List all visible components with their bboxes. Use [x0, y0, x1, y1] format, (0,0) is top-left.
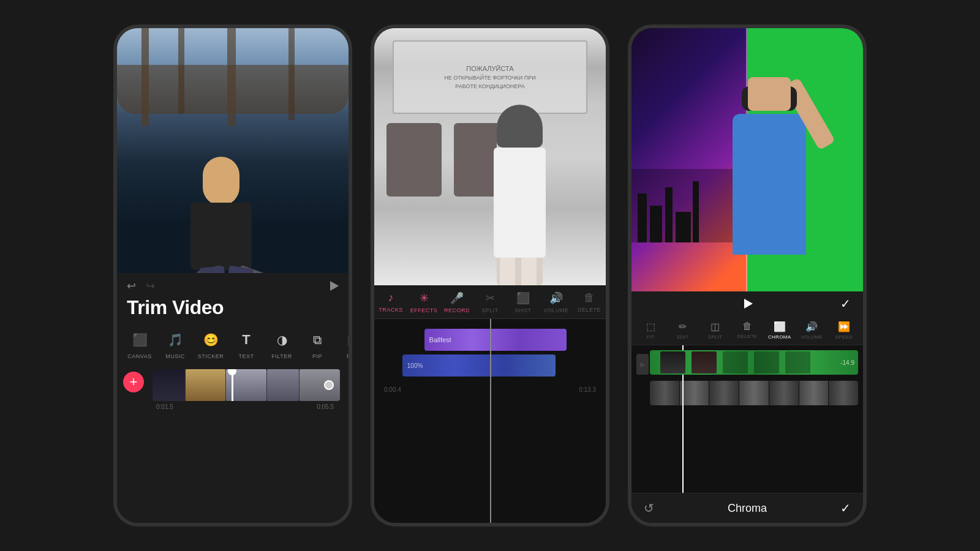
scrubber-handle[interactable] — [324, 380, 334, 390]
track-thumbnails[interactable] — [650, 381, 858, 405]
tool-delete[interactable]: 🗑 DELETE — [732, 321, 763, 340]
music-label: MUSIC — [165, 353, 185, 359]
track-purple-label: Ballfest — [429, 336, 451, 343]
volume-label: VOLUME — [543, 307, 568, 313]
track-time: -14.9 — [840, 359, 854, 366]
tool-pre[interactable]: ▦ PRE — [336, 329, 349, 359]
tool-edit[interactable]: ✏ EDIT — [668, 321, 699, 340]
track-purple[interactable]: Ballfest — [424, 329, 567, 351]
time2-start: 0:00.4 — [384, 386, 401, 393]
timeline-3: ▷ -14.9 — [631, 345, 863, 493]
person-head — [748, 77, 791, 111]
track-blue-label: 100% — [407, 362, 423, 369]
phone-chroma: ✓ ⬚ FIT ✏ EDIT ◫ SPLIT 🗑 DELETE ⬜ CHROMA — [628, 24, 867, 527]
redo-button[interactable]: ↪ — [146, 279, 155, 293]
fit-label: FIT — [647, 334, 655, 340]
page-title: Trim Video — [127, 296, 224, 318]
pre-icon: ▦ — [342, 329, 349, 351]
tool-filter[interactable]: ◑ FILTER — [265, 329, 298, 359]
tab-delete[interactable]: 🗑 DELETE — [573, 285, 606, 318]
time-labels: 0:01.5 0:05.5 — [123, 401, 342, 410]
chroma-tool-label: CHROMA — [768, 334, 791, 340]
phone-trim-video: ↩ ↪ Trim Video ⬛ CANVAS 🎵 MUSIC 😊 STICKE… — [113, 24, 352, 527]
chroma-label-text: Chroma — [728, 502, 767, 515]
tool-volume[interactable]: 🔊 VOLUME — [796, 321, 827, 340]
split3-icon: ◫ — [710, 321, 720, 332]
thumb-seg-5 — [769, 381, 799, 405]
tool-canvas[interactable]: ⬛ CANVAS — [123, 329, 156, 359]
track-green[interactable]: -14.9 — [650, 350, 858, 375]
undo-button[interactable]: ↩ — [127, 279, 136, 293]
playhead — [232, 369, 233, 401]
phone-tracks: ПОЖАЛУЙСТА НЕ ОТКРЫВАЙТЕ ФОРТОЧКИ ПРИ РА… — [371, 24, 609, 527]
tab-split[interactable]: ✂ SPLIT — [473, 285, 507, 318]
speed-label: SPEED — [835, 334, 853, 340]
canvas-label: CANVAS — [127, 353, 151, 359]
speed-icon: ⏩ — [838, 321, 850, 332]
thumb-seg-1 — [650, 381, 679, 405]
record-icon: 🎤 — [450, 291, 464, 305]
thumb-seg-3 — [709, 381, 739, 405]
timeline-2: Ballfest 100% 0:00.4 0:13.3 — [374, 319, 606, 523]
reset-button[interactable]: ↺ — [644, 501, 654, 515]
track-blue[interactable]: 100% — [402, 354, 556, 377]
tools-row: ⬛ CANVAS 🎵 MUSIC 😊 STICKER T TEXT ◑ FILT… — [117, 324, 349, 364]
effects-icon: ✳ — [420, 291, 429, 305]
tab-record[interactable]: 🎤 RECORD — [440, 285, 473, 318]
video-preview-3 — [631, 28, 863, 291]
play-button[interactable] — [330, 281, 339, 291]
time-end: 0:05.5 — [317, 403, 334, 410]
text-label: TEXT — [238, 353, 254, 359]
split3-label: SPLIT — [708, 334, 723, 340]
delete3-icon: 🗑 — [742, 321, 752, 332]
video-preview-2: ПОЖАЛУЙСТА НЕ ОТКРЫВАЙТЕ ФОРТОЧКИ ПРИ РА… — [374, 28, 606, 285]
chroma-confirm[interactable]: ✓ — [840, 501, 851, 515]
tool-chroma-btn[interactable]: ⬜ CHROMA — [764, 321, 795, 340]
delete-icon: 🗑 — [584, 291, 595, 304]
confirm-button[interactable]: ✓ — [840, 296, 851, 311]
volume-icon: 🔊 — [549, 291, 563, 305]
volume3-icon: 🔊 — [805, 321, 818, 332]
pip-icon: ⧉ — [306, 329, 328, 351]
filter-icon: ◑ — [271, 329, 293, 351]
time-start: 0:01.5 — [156, 403, 173, 410]
thumb-seg-2 — [680, 381, 709, 405]
shot-label: SHOT — [514, 307, 531, 313]
tracks-icon: ♪ — [388, 291, 394, 304]
delete3-label: DELETE — [737, 334, 758, 339]
sticker-label: STICKER — [198, 353, 224, 359]
thumb-seg-7 — [829, 381, 858, 405]
thumb-seg-4 — [739, 381, 769, 405]
edit-label: EDIT — [677, 334, 688, 340]
shot-icon: ⬛ — [516, 291, 530, 305]
tool-music[interactable]: 🎵 MUSIC — [159, 329, 192, 359]
tab-shot[interactable]: ⬛ SHOT — [507, 285, 540, 318]
tool-pip[interactable]: ⧉ PIP — [301, 329, 334, 359]
delete-label: DELETE — [578, 307, 601, 313]
tab-volume[interactable]: 🔊 VOLUME — [540, 285, 573, 318]
timeline-area: + 0:01.5 0:05.5 — [117, 364, 349, 523]
tool-fit[interactable]: ⬚ FIT — [635, 321, 666, 340]
filter-label: FILTER — [271, 353, 292, 359]
tool-speed[interactable]: ⏩ SPEED — [828, 321, 859, 340]
timeline-strip[interactable] — [153, 369, 340, 401]
record-label: RECORD — [444, 307, 470, 313]
tab-tracks[interactable]: ♪ TRACKS — [374, 285, 407, 318]
canvas-icon: ⬛ — [129, 329, 151, 351]
fit-icon: ⬚ — [646, 321, 655, 332]
tab-effects[interactable]: ✳ EFFECTS — [407, 285, 440, 318]
edit-icon: ✏ — [679, 321, 687, 332]
playhead-2 — [490, 319, 491, 523]
tool-text[interactable]: T TEXT — [230, 329, 263, 359]
thumb-seg-6 — [799, 381, 829, 405]
bottom-panel-1: ↩ ↪ Trim Video ⬛ CANVAS 🎵 MUSIC 😊 STICKE… — [117, 273, 349, 523]
play-button-3[interactable] — [744, 299, 753, 309]
text-icon: T — [235, 329, 257, 351]
tracks-label: TRACKS — [379, 307, 403, 313]
vr-person — [714, 65, 824, 291]
tool-sticker[interactable]: 😊 STICKER — [194, 329, 227, 359]
tab-bar: ♪ TRACKS ✳ EFFECTS 🎤 RECORD ✂ SPLIT ⬛ SH… — [374, 285, 606, 319]
add-clip-button[interactable]: + — [123, 372, 144, 392]
tool-split[interactable]: ◫ SPLIT — [699, 321, 731, 340]
person-body — [733, 114, 806, 255]
